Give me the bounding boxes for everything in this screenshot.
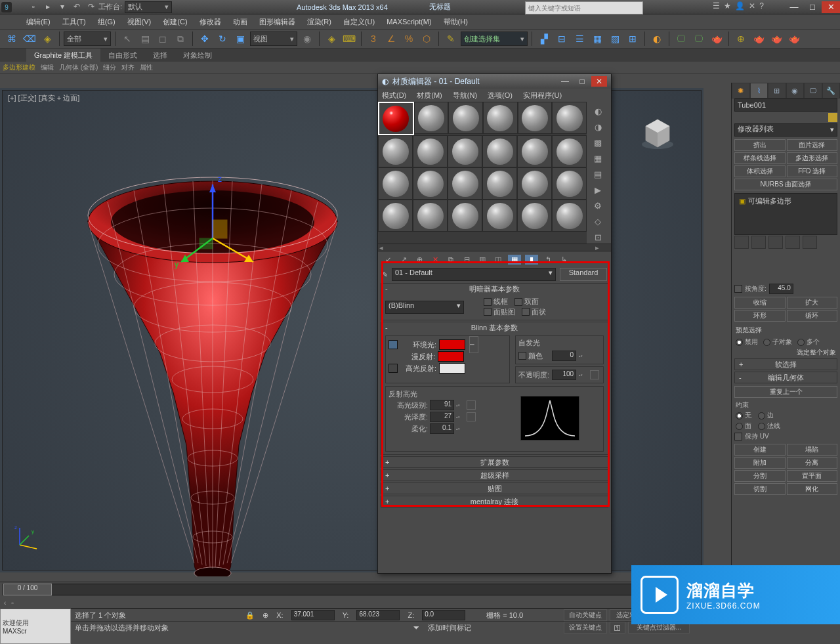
- diffuse-swatch[interactable]: [438, 351, 464, 362]
- detach-button[interactable]: 分离: [787, 457, 838, 469]
- minimize-button[interactable]: —: [785, 1, 803, 13]
- menu-render[interactable]: 渲染(R): [307, 17, 331, 27]
- make-unique-icon[interactable]: [768, 236, 783, 249]
- extended-rollout[interactable]: +扩展参数: [381, 456, 608, 468]
- spec-level-input[interactable]: 91: [430, 400, 454, 410]
- display-tab-icon[interactable]: 🖵: [804, 83, 822, 98]
- material-slot[interactable]: [482, 167, 517, 200]
- star-icon[interactable]: ★: [724, 1, 731, 11]
- coord-type-icon[interactable]: ⊕: [262, 611, 268, 620]
- soften-spinner[interactable]: ▴▾: [456, 424, 463, 433]
- self-illum-spinner[interactable]: ▴▾: [579, 351, 585, 360]
- select-by-mat-icon[interactable]: ◇: [591, 215, 604, 228]
- collapse-button[interactable]: 塌陷: [787, 444, 838, 456]
- modifier-list-select[interactable]: 修改器列表: [734, 123, 837, 137]
- render-icon[interactable]: 🫖: [709, 31, 724, 47]
- setkey-button[interactable]: 设置关键点: [564, 622, 607, 633]
- mat-maximize-button[interactable]: □: [574, 76, 590, 87]
- render-frame-icon[interactable]: 🖵: [691, 31, 707, 47]
- shrink-button[interactable]: 收缩: [734, 297, 786, 309]
- pick-icon[interactable]: ✎: [382, 270, 388, 279]
- curve-editor-icon[interactable]: ▨: [607, 31, 623, 47]
- soft-sel-rollout[interactable]: +软选择: [734, 358, 837, 370]
- lock-icon[interactable]: 🔒: [245, 611, 255, 620]
- facemap-checkbox[interactable]: 面贴图: [484, 307, 515, 317]
- subobj-radio[interactable]: 子对象: [763, 337, 792, 347]
- time-scrubber[interactable]: 0 / 100: [3, 584, 52, 595]
- mentalray-rollout[interactable]: +mentalray 连接: [381, 496, 608, 507]
- multi-radio[interactable]: 多个: [797, 337, 820, 347]
- ribbon-tab-paint[interactable]: 对象绘制: [175, 49, 220, 62]
- material-slot[interactable]: [378, 135, 413, 167]
- y-input[interactable]: 68.023: [356, 610, 400, 620]
- schematic-icon[interactable]: ⊞: [625, 31, 640, 47]
- menu-edit[interactable]: 编辑(E): [26, 17, 51, 27]
- spec-lock-icon[interactable]: [388, 364, 398, 373]
- align-icon[interactable]: ⊟: [554, 31, 570, 47]
- wire-checkbox[interactable]: 线框: [484, 297, 508, 307]
- new-icon[interactable]: ▫: [28, 1, 39, 12]
- help-icon[interactable]: ?: [759, 1, 764, 11]
- cross-icon[interactable]: ✕: [749, 1, 755, 11]
- preset-spline[interactable]: 样条线选择: [734, 152, 786, 164]
- x-input[interactable]: 37.001: [291, 610, 335, 620]
- uv-tile-icon[interactable]: ▦: [591, 152, 604, 165]
- put-to-scene-icon[interactable]: ↗: [398, 255, 410, 264]
- material-slot[interactable]: [448, 200, 482, 232]
- mat-menu-nav[interactable]: 导航(N): [453, 91, 477, 100]
- create-tab-icon[interactable]: ✺: [732, 83, 750, 98]
- by-angle-input[interactable]: 45.0: [769, 284, 793, 294]
- faceted-checkbox[interactable]: 面状: [522, 307, 546, 317]
- spinner-snap-icon[interactable]: ⬡: [419, 31, 434, 47]
- select-name-icon[interactable]: ▤: [137, 31, 153, 47]
- teapot1-icon[interactable]: ⊕: [733, 31, 749, 47]
- opacity-map-button[interactable]: [590, 370, 599, 379]
- material-slot[interactable]: [483, 102, 518, 134]
- menu-tools[interactable]: 工具(T): [62, 17, 86, 27]
- ribbon-tab-graphite[interactable]: Graphite 建模工具: [26, 49, 100, 62]
- shader-type-select[interactable]: (B)Blinn: [385, 301, 464, 314]
- selection-filter[interactable]: 全部: [64, 32, 111, 46]
- rect-select-icon[interactable]: ◻: [155, 31, 171, 47]
- material-slot[interactable]: [482, 200, 517, 232]
- mat-menu-material[interactable]: 材质(M): [417, 91, 442, 100]
- material-slot[interactable]: [552, 135, 587, 167]
- mat-effects-icon[interactable]: ◫: [492, 255, 504, 264]
- material-slot[interactable]: [448, 135, 482, 167]
- ring-button[interactable]: 环形: [734, 310, 786, 322]
- coord-system[interactable]: 视图: [250, 32, 297, 46]
- render-setup-icon[interactable]: 🖵: [673, 31, 689, 47]
- mat-hscroll[interactable]: ◂▸: [378, 244, 611, 251]
- time-tag-icon[interactable]: ⏷: [413, 624, 420, 632]
- viewcube-icon[interactable]: [639, 113, 676, 150]
- preset-extrude[interactable]: 挤出: [734, 139, 786, 151]
- viewport-label[interactable]: [+] [正交] [真实 + 边面]: [8, 93, 79, 103]
- hierarchy-tab-icon[interactable]: ⊞: [768, 83, 786, 98]
- menu-create[interactable]: 创建(C): [163, 17, 187, 27]
- pivot-icon[interactable]: ◉: [299, 31, 315, 47]
- material-slot[interactable]: [517, 167, 552, 200]
- material-slot[interactable]: [378, 167, 413, 200]
- ribbon-icon[interactable]: ▦: [589, 31, 605, 47]
- track-key-icon[interactable]: ▫: [11, 599, 14, 607]
- constraint-edge[interactable]: 边: [758, 411, 774, 420]
- menu-animation[interactable]: 动画: [233, 17, 247, 27]
- mat-menu-mode[interactable]: 模式(D): [382, 91, 406, 100]
- material-slot[interactable]: [448, 167, 482, 200]
- material-slot[interactable]: [482, 135, 517, 167]
- put-to-lib-icon[interactable]: ▥: [476, 255, 488, 264]
- modify-tab-icon[interactable]: ⌇: [750, 83, 768, 98]
- material-name-input[interactable]: 01 - Default: [392, 268, 556, 281]
- link-icon[interactable]: ⌘: [4, 31, 20, 47]
- blinn-rollout-title[interactable]: Blinn 基本参数: [471, 323, 518, 333]
- material-slot[interactable]: [518, 102, 553, 134]
- autokey-button[interactable]: 自动关键点: [564, 609, 607, 621]
- flat-button[interactable]: 置平面: [787, 470, 838, 482]
- attach-button[interactable]: 附加: [734, 457, 786, 469]
- open-icon[interactable]: ▸: [42, 1, 54, 12]
- window-crossing-icon[interactable]: ⧉: [173, 31, 188, 47]
- self-illum-input[interactable]: 0: [552, 351, 576, 361]
- sample-type-icon[interactable]: ◐: [591, 104, 604, 118]
- self-color-checkbox[interactable]: 颜色: [518, 351, 543, 361]
- supersample-rollout[interactable]: +超级采样: [381, 469, 608, 481]
